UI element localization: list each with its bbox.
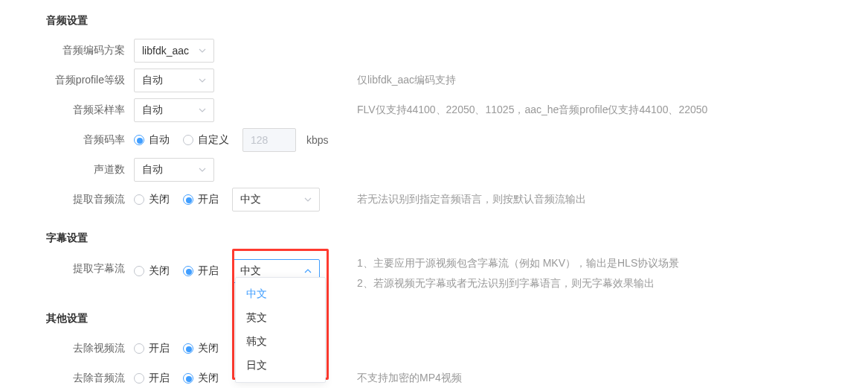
- radio-bitrate-custom[interactable]: 自定义: [183, 133, 229, 147]
- radio-remove-audio-on-label: 开启: [149, 372, 170, 385]
- label-audio-profile: 音频profile等级: [0, 74, 134, 87]
- radio-remove-audio-off[interactable]: 关闭: [183, 372, 219, 385]
- select-audio-samplerate[interactable]: 自动: [134, 98, 214, 122]
- radio-extract-audio-off-label: 关闭: [149, 193, 170, 206]
- select-extract-audio-lang-value: 中文: [240, 193, 261, 206]
- label-remove-audio: 去除音频流: [0, 372, 134, 385]
- label-remove-video: 去除视频流: [0, 342, 134, 355]
- radio-bitrate-custom-label: 自定义: [198, 133, 229, 147]
- radio-dot-icon: [183, 194, 193, 205]
- radio-remove-video-off[interactable]: 关闭: [183, 342, 219, 355]
- radio-bitrate-auto-label: 自动: [149, 133, 170, 147]
- radio-dot-icon: [183, 135, 193, 145]
- chevron-down-icon: [199, 168, 206, 172]
- radio-dot-icon: [183, 373, 193, 384]
- dropdown-option[interactable]: 中文: [236, 282, 325, 306]
- section-audio-title: 音频设置: [0, 8, 134, 34]
- select-extract-audio-lang[interactable]: 中文: [232, 188, 320, 212]
- hint-audio-samplerate: FLV仅支持44100、22050、11025，aac_he音频profile仅…: [357, 104, 707, 117]
- label-extract-audio: 提取音频流: [0, 193, 134, 206]
- select-audio-channels[interactable]: 自动: [134, 158, 214, 182]
- chevron-down-icon: [199, 48, 206, 53]
- radio-extract-subtitle-on[interactable]: 开启: [183, 264, 219, 278]
- hint-remove-audio: 不支持加密的MP4视频: [357, 372, 462, 385]
- label-audio-samplerate: 音频采样率: [0, 104, 134, 117]
- section-subtitle-title: 字幕设置: [0, 226, 134, 251]
- radio-dot-icon: [183, 343, 193, 354]
- radio-dot-icon: [183, 266, 193, 276]
- section-other-title: 其他设置: [0, 306, 134, 331]
- chevron-down-icon: [304, 197, 312, 202]
- radio-extract-audio-on[interactable]: 开启: [183, 193, 219, 206]
- radio-bitrate-auto[interactable]: 自动: [134, 133, 170, 147]
- radio-dot-icon: [134, 266, 144, 276]
- label-audio-channels: 声道数: [0, 163, 134, 176]
- label-audio-bitrate: 音频码率: [0, 133, 134, 147]
- select-audio-codec-value: libfdk_aac: [142, 45, 189, 57]
- chevron-down-icon: [199, 108, 206, 112]
- radio-extract-subtitle-off-label: 关闭: [149, 264, 170, 278]
- radio-extract-audio-on-label: 开启: [198, 193, 219, 206]
- radio-remove-video-off-label: 关闭: [198, 342, 219, 355]
- chevron-down-icon: [199, 78, 206, 83]
- radio-remove-audio-on[interactable]: 开启: [134, 372, 170, 385]
- hint-audio-profile: 仅libfdk_aac编码支持: [357, 74, 456, 87]
- radio-dot-icon: [134, 343, 144, 354]
- select-audio-profile[interactable]: 自动: [134, 69, 214, 92]
- bitrate-unit: kbps: [306, 134, 329, 146]
- hint-subtitle-1: 1、主要应用于源视频包含字幕流（例如 MKV），输出是HLS协议场景: [357, 253, 679, 273]
- radio-dot-icon: [134, 135, 144, 145]
- input-bitrate[interactable]: [242, 128, 296, 152]
- select-audio-profile-value: 自动: [142, 74, 163, 87]
- select-subtitle-lang-value: 中文: [240, 264, 261, 278]
- radio-remove-video-on-label: 开启: [149, 342, 170, 355]
- radio-extract-audio-off[interactable]: 关闭: [134, 193, 170, 206]
- select-audio-channels-value: 自动: [142, 163, 163, 176]
- radio-dot-icon: [134, 373, 144, 384]
- label-audio-codec: 音频编码方案: [0, 44, 134, 57]
- radio-extract-subtitle-off[interactable]: 关闭: [134, 264, 170, 278]
- hint-extract-audio: 若无法识别到指定音频语言，则按默认音频流输出: [357, 193, 586, 206]
- dropdown-option[interactable]: 韩文: [236, 330, 325, 354]
- hint-subtitle-2: 2、若源视频无字幕或者无法识别到字幕语言，则无字幕效果输出: [357, 273, 679, 293]
- radio-dot-icon: [134, 194, 144, 205]
- chevron-up-icon: [304, 269, 312, 273]
- radio-remove-audio-off-label: 关闭: [198, 372, 219, 385]
- dropdown-option[interactable]: 日文: [236, 354, 325, 378]
- radio-extract-subtitle-on-label: 开启: [198, 264, 219, 278]
- dropdown-subtitle-lang: 中文 英文 韩文 日文: [235, 277, 326, 383]
- select-audio-samplerate-value: 自动: [142, 104, 163, 117]
- radio-remove-video-on[interactable]: 开启: [134, 342, 170, 355]
- select-audio-codec[interactable]: libfdk_aac: [134, 39, 214, 63]
- label-extract-subtitle: 提取字幕流: [0, 256, 134, 276]
- dropdown-option[interactable]: 英文: [236, 306, 325, 330]
